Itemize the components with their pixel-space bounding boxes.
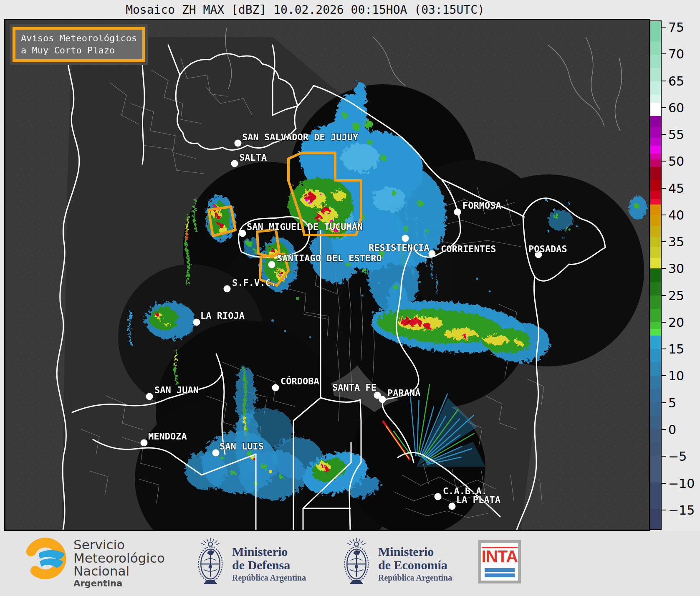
colorbar-tick bbox=[662, 456, 666, 457]
economia-line3: República Argentina bbox=[378, 573, 452, 583]
colorbar-tick bbox=[662, 161, 666, 162]
smn-line2: Meteorológico bbox=[73, 552, 165, 565]
colorbar-tick bbox=[662, 134, 666, 135]
city-label: CORRIENTES bbox=[441, 244, 496, 254]
colorbar-tick bbox=[662, 53, 666, 54]
smn-line4: Argentina bbox=[73, 579, 165, 588]
colorbar-tick bbox=[662, 81, 666, 81]
colorbar-tick-label: −15 bbox=[668, 503, 695, 517]
city-label: SAN MIGUEL DE TUCUMÁN bbox=[247, 222, 363, 232]
colorbar-tick bbox=[662, 483, 666, 484]
defensa-line2: de Defensa bbox=[232, 558, 306, 572]
city-dot bbox=[141, 439, 148, 447]
city-label: S.F.V.C. bbox=[232, 278, 276, 288]
inta-logo: INTA bbox=[478, 540, 521, 583]
colorbar-tick bbox=[662, 510, 666, 510]
city-label: SALTA bbox=[239, 152, 267, 163]
colorbar-tick-label: 15 bbox=[668, 342, 684, 356]
defensa-line3: República Argentina bbox=[232, 573, 306, 583]
economia-logo-text: Ministerio de Economía República Argenti… bbox=[378, 545, 452, 583]
footer: Servicio Meteorológico Nacional Argentin… bbox=[0, 531, 700, 596]
colorbar-tick-label: 40 bbox=[668, 207, 684, 222]
warning-badge-line2: a Muy Corto Plazo bbox=[21, 45, 137, 57]
page-title: Mosaico ZH MAX [dBZ] 10.02.2026 00:15HOA… bbox=[0, 3, 610, 17]
city-label: FORMOSA bbox=[462, 200, 501, 211]
city-dot bbox=[454, 209, 461, 216]
colorbar-tick bbox=[662, 107, 666, 108]
smn-line1: Servicio bbox=[73, 538, 165, 552]
city-label: LA PLATA bbox=[456, 495, 500, 505]
city-label: SANTIAGO DEL ESTERO bbox=[277, 253, 382, 263]
colorbar-tick-label: 35 bbox=[668, 235, 684, 249]
colorbar-tick-label: 25 bbox=[668, 288, 684, 303]
city-label: SAN SALVADOR DE JUJUY bbox=[242, 132, 359, 142]
inta-logo-inner: INTA bbox=[481, 543, 518, 581]
inta-bar-1 bbox=[485, 568, 515, 572]
city-dot bbox=[435, 493, 442, 500]
city-label: RESISTENCIA bbox=[369, 242, 430, 253]
economia-line1: Ministerio bbox=[378, 545, 452, 558]
economia-coat-of-arms bbox=[341, 537, 372, 587]
economia-line2: de Economía bbox=[378, 558, 452, 572]
city-label: POSADAS bbox=[528, 244, 567, 254]
city-dot bbox=[235, 140, 242, 147]
colorbar-tick bbox=[662, 295, 666, 296]
city-dot bbox=[379, 396, 386, 403]
colorbar-tick-label: 20 bbox=[668, 315, 684, 329]
radar-map-canvas: SAN SALVADOR DE JUJUYSALTAFORMOSASAN MIG… bbox=[5, 20, 649, 530]
colorbar-tick bbox=[662, 322, 666, 323]
radar-mosaic-page: { "title": "Mosaico ZH MAX [dBZ] 10.02.2… bbox=[0, 0, 700, 596]
defensa-line1: Ministerio bbox=[232, 545, 306, 558]
colorbar-tick-label: 30 bbox=[668, 261, 684, 276]
colorbar-tick bbox=[662, 215, 666, 215]
defensa-coat-of-arms bbox=[195, 537, 226, 587]
city-label: SAN JUAN bbox=[154, 385, 199, 395]
colorbar-tick-label: 50 bbox=[668, 154, 684, 169]
colorbar-tick bbox=[662, 188, 666, 189]
city-label: SANTA FE bbox=[332, 382, 377, 393]
colorbar-tick-label: 55 bbox=[668, 127, 684, 142]
colorbar-tick bbox=[662, 402, 666, 403]
city-dot bbox=[272, 384, 279, 391]
smn-logo-text: Servicio Meteorológico Nacional Argentin… bbox=[73, 538, 165, 588]
defensa-logo-text: Ministerio de Defensa República Argentin… bbox=[232, 545, 306, 583]
colorbar-tick-label: 0 bbox=[668, 422, 676, 437]
city-label: LA RIOJA bbox=[200, 311, 245, 321]
dbz-colorbar bbox=[649, 20, 662, 530]
radar-map: SAN SALVADOR DE JUJUYSALTAFORMOSASAN MIG… bbox=[4, 19, 650, 531]
colorbar-tick-label: 5 bbox=[668, 395, 676, 410]
city-dot bbox=[239, 230, 246, 237]
colorbar-tick-label: 60 bbox=[668, 100, 684, 115]
colorbar-tick bbox=[662, 375, 666, 376]
city-dot bbox=[402, 235, 409, 242]
colorbar-tick bbox=[662, 268, 666, 269]
city-dot bbox=[193, 319, 200, 326]
city-label: PARANÁ bbox=[387, 388, 420, 398]
colorbar-tick-label: 70 bbox=[668, 47, 684, 61]
colorbar-tick-label: 75 bbox=[668, 20, 684, 35]
city-label: CÓRDOBA bbox=[281, 376, 319, 386]
city-label: SAN LUIS bbox=[220, 441, 264, 452]
city-dot bbox=[212, 450, 220, 457]
warning-badge: Avisos Meteorológicos a Muy Corto Plazo bbox=[13, 27, 145, 62]
smn-line3: Nacional bbox=[73, 565, 165, 578]
city-dot bbox=[268, 261, 275, 268]
colorbar-tick-label: 10 bbox=[668, 369, 684, 383]
colorbar-tick-label: 45 bbox=[668, 181, 684, 195]
colorbar-tick bbox=[662, 429, 666, 430]
colorbar-tick-label: 65 bbox=[668, 73, 684, 88]
colorbar-tick bbox=[662, 241, 666, 242]
inta-bar-2 bbox=[485, 573, 515, 577]
city-dot bbox=[429, 250, 436, 258]
warning-badge-line1: Avisos Meteorológicos bbox=[21, 33, 137, 45]
city-dot bbox=[449, 503, 456, 510]
colorbar-tick-label: −5 bbox=[668, 449, 687, 464]
city-dot bbox=[224, 285, 231, 293]
colorbar-tick-label: −10 bbox=[668, 476, 695, 490]
city-dot bbox=[231, 160, 238, 167]
colorbar-tick bbox=[662, 349, 666, 349]
inta-label: INTA bbox=[482, 547, 518, 565]
smn-logo-icon bbox=[23, 535, 70, 582]
city-label: MENDOZA bbox=[148, 431, 187, 442]
city-dot bbox=[146, 393, 153, 400]
